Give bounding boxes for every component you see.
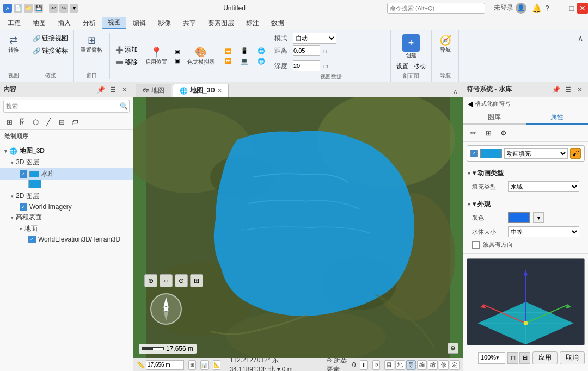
notification-icon[interactable]: 🔔 (531, 3, 542, 14)
nav-btn-grid[interactable]: ⊞ (190, 274, 203, 287)
reset-pane-button[interactable]: ⊞ 重置窗格 (77, 33, 106, 55)
map-canvas[interactable]: ⊕ ↔ ⊙ ⊞ 17,656 m ⚙ (133, 97, 463, 358)
settings-btn1[interactable]: 设置 (394, 61, 411, 71)
tree-section-2d[interactable]: ▾ 2D 图层 (0, 190, 133, 202)
layer-line-button[interactable]: ╱ (42, 116, 54, 128)
nav-btn-zoom[interactable]: ⊕ (144, 274, 157, 287)
layer-db-button[interactable]: 🗄 (16, 116, 28, 128)
sym-apply-button[interactable]: 应用 (532, 351, 558, 364)
animate-btn1[interactable]: ⏪ (223, 47, 234, 55)
tree-item-ground[interactable]: ▾ 地面 (0, 223, 133, 234)
btab-repair[interactable]: 修 (439, 360, 449, 370)
layer-filter-button[interactable]: ⊞ (3, 116, 15, 128)
more-icon[interactable]: ▾ (70, 4, 78, 13)
btab-fix[interactable]: 定 (450, 360, 460, 370)
menu-feature-layer[interactable]: 要素图层 (203, 17, 240, 29)
color-more-button[interactable]: ▾ (533, 212, 544, 223)
nav-btn-rotate[interactable]: ⊙ (175, 274, 188, 287)
sym-tab-gallery[interactable]: 图库 (463, 110, 526, 125)
maximize-button[interactable]: □ (566, 3, 577, 14)
sym-view-btn1[interactable]: ◻ (507, 352, 518, 364)
help-icon[interactable]: ? (542, 3, 553, 14)
tree-item-world[interactable]: ✓ World Imagery (0, 202, 133, 212)
size-select[interactable]: 中等 小 大 (508, 226, 579, 237)
close-button[interactable]: ✕ (577, 3, 588, 14)
sym-cancel-button[interactable]: 取消 (560, 351, 585, 364)
mode-select[interactable]: 自动 (293, 33, 336, 44)
enable-location-button[interactable]: 📍 启用位置 (142, 45, 170, 67)
color-sim-btn2[interactable]: ▣ (173, 57, 182, 65)
menu-map[interactable]: 地图 (27, 17, 51, 29)
tab-map2d[interactable]: 🗺 地图 (136, 84, 171, 97)
undo-icon[interactable]: ↩ (49, 4, 58, 13)
btab-eye[interactable]: 目 (384, 360, 394, 370)
menu-label[interactable]: 标注 (241, 17, 265, 29)
status-btn3[interactable]: 📐 (213, 360, 220, 370)
ribbon-collapse-button[interactable]: ∧ (575, 33, 586, 44)
nav-btn-pan[interactable]: ↔ (160, 274, 173, 287)
create-button[interactable]: + 创建 (399, 33, 423, 61)
sym-tab-properties[interactable]: 属性 (526, 110, 589, 125)
btab-edit[interactable]: 编 (417, 360, 427, 370)
sym-pen-button[interactable]: ✏ (467, 127, 480, 140)
sym-paint-button[interactable]: 🖌 (570, 148, 581, 159)
status-btn2[interactable]: 📊 (200, 360, 208, 370)
status-btn1[interactable]: ⊞ (188, 360, 196, 370)
tree-item-map3d[interactable]: ▾ 🌐 地图_3D (0, 145, 133, 157)
animate-btn2[interactable]: ⏩ (223, 57, 234, 65)
distance-input[interactable] (293, 45, 320, 56)
map-collapse-button[interactable]: ∧ (450, 86, 461, 97)
sym-fill-type-select[interactable]: 动画填充 (504, 148, 568, 159)
sym-menu-button[interactable]: ☰ (563, 85, 573, 95)
world-checkbox[interactable]: ✓ (20, 203, 27, 211)
tree-item-reservoir[interactable]: ✓ 水库 (0, 168, 133, 180)
btab-zoom[interactable]: 缩 (428, 360, 438, 370)
layer-group-button[interactable]: ⊞ (56, 116, 68, 128)
link-cursor-button[interactable]: 🔗 链接游标 (30, 45, 70, 57)
sym-view-btn2[interactable]: ⊞ (519, 352, 530, 364)
tree-section-elevation[interactable]: ▾ 高程表面 (0, 212, 133, 223)
add-button[interactable]: ➕ 添加 (113, 44, 140, 55)
btab-nav[interactable]: 导 (406, 360, 416, 370)
fill-type-select[interactable]: 水域 (508, 181, 579, 192)
layer-polygon-button[interactable]: ⬡ (29, 116, 41, 128)
nav-button[interactable]: 🧭 导航 (436, 33, 455, 55)
tab-map3d[interactable]: 🌐 地图_3D ✕ (173, 84, 229, 97)
convert-button[interactable]: ⇄ 转换 (4, 33, 23, 55)
save-icon[interactable]: 💾 (34, 4, 43, 13)
menu-data[interactable]: 数据 (266, 17, 290, 29)
wave-checkbox[interactable] (472, 241, 480, 249)
menu-edit[interactable]: 编辑 (127, 17, 151, 29)
sym-anim-header[interactable]: ▾ ▾ 动画类型 (468, 167, 584, 180)
sym-back-button[interactable]: ◀ 格式化面符号 (463, 97, 588, 110)
sym-fill-checkbox[interactable]: ✓ (470, 150, 478, 157)
refresh-button[interactable]: ↺ (372, 360, 380, 370)
device-btn2[interactable]: 💻 (238, 57, 250, 66)
color-sim-button[interactable]: 🎨 色觉模拟器 (184, 45, 218, 67)
panel-menu-button[interactable]: ☰ (108, 85, 118, 95)
command-search[interactable] (387, 3, 485, 14)
scene-btn1[interactable]: 🌐 (255, 46, 267, 55)
file-icon[interactable]: 📄 (14, 4, 22, 13)
menu-analysis[interactable]: 分析 (77, 17, 101, 29)
folder-icon[interactable]: 📁 (24, 4, 33, 13)
menu-project[interactable]: 工程 (2, 17, 26, 29)
btab-earth[interactable]: 地 (395, 360, 405, 370)
link-view-button[interactable]: 🔗 链接视图 (30, 33, 70, 44)
sym-percent-input[interactable]: 100%▾ (478, 352, 505, 364)
scene-btn2[interactable]: 🌐 (255, 57, 267, 66)
pause-button[interactable]: ⏸ (360, 360, 367, 370)
minimize-button[interactable]: — (555, 3, 566, 14)
tree-item-terrain[interactable]: ✓ WorldElevation3D/Terrain3D (0, 234, 133, 244)
sym-settings-button[interactable]: ⚙ (497, 127, 510, 140)
map-settings-icon[interactable]: ⚙ (448, 343, 458, 354)
menu-view[interactable]: 视图 (102, 17, 126, 29)
terrain-checkbox[interactable]: ✓ (28, 236, 36, 243)
menu-share[interactable]: 共享 (177, 17, 201, 29)
color-picker-button[interactable] (508, 212, 530, 223)
reservoir-checkbox[interactable]: ✓ (20, 170, 27, 178)
menu-insert[interactable]: 插入 (52, 17, 76, 29)
sym-layers-button[interactable]: ⊞ (482, 127, 495, 140)
sym-appear-header[interactable]: ▾ ▾ 外观 (468, 198, 584, 211)
panel-search-input[interactable] (4, 103, 118, 109)
